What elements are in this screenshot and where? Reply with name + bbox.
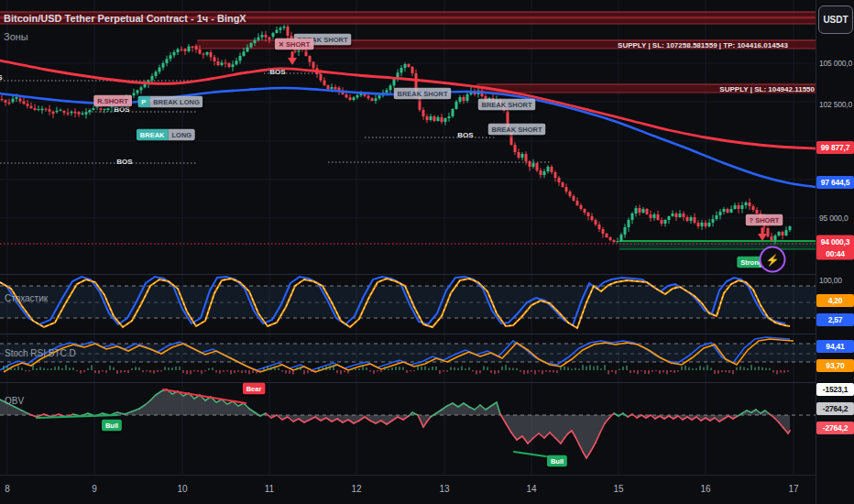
stochrsi-histogram-bar (688, 367, 689, 370)
candle-body (133, 93, 136, 96)
signal-marker-chip[interactable]: BREAK SHORT (477, 99, 535, 111)
candle-body (170, 55, 172, 59)
stochrsi-histogram-bar (553, 370, 553, 372)
signal-marker-chip[interactable]: PBREAK LONG (137, 96, 203, 108)
stochrsi-histogram-bar (684, 366, 685, 370)
candle-body (181, 49, 183, 50)
stochrsi-histogram-bar (776, 370, 777, 374)
signal-marker-chip[interactable]: ? SHORT (746, 214, 783, 226)
stochrsi-histogram-bar (292, 370, 293, 374)
candle-body (19, 99, 22, 102)
signal-marker-chip[interactable]: BREAK SHORT (393, 88, 451, 100)
stochrsi-histogram-bar (193, 370, 194, 371)
price-chart-canvas[interactable] (0, 0, 816, 475)
stochrsi-histogram-bar (362, 365, 363, 370)
stochrsi-histogram-bar (201, 370, 202, 374)
candle-body (323, 81, 326, 85)
candle-body (631, 214, 634, 220)
stochrsi-histogram-bar (256, 370, 257, 374)
signal-marker-chip[interactable]: BREAK SHORT (487, 124, 545, 136)
candle-body (67, 113, 70, 115)
stochrsi-histogram-bar (619, 368, 619, 370)
stochrsi-histogram-bar (105, 370, 106, 373)
candle-body (400, 68, 403, 72)
stochrsi-histogram-bar (3, 366, 4, 370)
candle-body (756, 210, 759, 214)
stochrsi-histogram-bar (168, 367, 169, 370)
stochrsi-histogram-bar (391, 367, 392, 370)
stochrsi-histogram-bar (527, 370, 528, 374)
signal-marker-chip[interactable]: Bull (102, 420, 122, 432)
stochrsi-histogram-bar (428, 368, 429, 370)
candle-body (45, 109, 48, 110)
stochrsi-histogram-bar (98, 370, 99, 374)
price-value-chip: 4,20 (816, 294, 854, 307)
stochastic-pane-label[interactable]: Стохастик (5, 293, 48, 303)
stochrsi-histogram-bar (413, 370, 414, 371)
stochrsi-histogram-bar (655, 370, 656, 371)
zones-indicator-label[interactable]: Зоны (4, 31, 28, 42)
stochrsi-histogram-bar (750, 365, 751, 370)
marker-text: R.SHORT (93, 95, 132, 107)
stochrsi-histogram-bar (699, 366, 700, 370)
stochrsi-histogram-bar (472, 370, 473, 371)
currency-toggle-button[interactable]: USDT (818, 5, 853, 34)
candle-body (657, 214, 660, 220)
stochrsi-histogram-bar (208, 368, 209, 370)
stochrsi-histogram-bar (135, 367, 136, 370)
stochrsi-histogram-bar (534, 370, 535, 374)
stochrsi-histogram-bar (575, 367, 575, 370)
stochrsi-histogram-bar (50, 368, 51, 370)
stochrsi-histogram-bar (721, 370, 722, 372)
candle-body (393, 79, 396, 85)
candle-body (752, 206, 755, 210)
candle-body (569, 192, 572, 196)
supply-zone-label-2: SUPPLY | SL: 104942.11550 (719, 85, 815, 93)
candle-body (672, 214, 674, 216)
stochrsi-histogram-bar (589, 365, 590, 370)
signal-marker-chip[interactable]: R.SHORT (93, 95, 132, 107)
candle-body (518, 152, 520, 158)
signal-marker-chip[interactable]: ✕ SHORT (275, 38, 314, 50)
time-axis-label: 16 (700, 484, 710, 494)
candle-body (85, 112, 88, 115)
stochrsi-histogram-bar (267, 366, 268, 370)
signal-marker-chip[interactable]: BREAKLONG (137, 129, 195, 141)
price-axis[interactable]: USDT 105 000,0102 500,095 000,0100,00 99… (816, 0, 854, 504)
signal-marker-chip[interactable]: Bull (547, 455, 567, 467)
candle-body (71, 112, 73, 114)
candle-body (716, 215, 718, 219)
stochrsi-pane-label[interactable]: Stoch RSI BTC.D (5, 348, 76, 358)
time-axis-label: 13 (439, 484, 449, 494)
candle-body (778, 232, 781, 236)
stochrsi-histogram-bar (347, 370, 348, 373)
stochrsi-histogram-bar (281, 370, 282, 372)
stochrsi-histogram-bar (780, 370, 781, 373)
stochrsi-histogram-bar (388, 368, 389, 370)
stochrsi-histogram-bar (483, 366, 484, 370)
candle-body (422, 110, 425, 116)
time-axis[interactable]: 891011121314151617 (0, 475, 816, 504)
stochrsi-histogram-bar (380, 370, 381, 372)
down-arrow-icon (761, 227, 764, 235)
stochrsi-histogram-bar (523, 370, 524, 374)
candle-body (63, 111, 66, 113)
stochrsi-histogram-bar (608, 370, 608, 374)
demand-zone[interactable] (619, 241, 816, 249)
signal-marker-chip[interactable]: Bear (243, 383, 266, 395)
lightning-signal-icon[interactable]: ⚡ (760, 247, 786, 273)
stochrsi-histogram-bar (571, 368, 572, 370)
bos-label: BOS (0, 73, 3, 82)
stochrsi-histogram-bar (630, 370, 630, 373)
candle-body (745, 203, 748, 205)
candle-body (192, 47, 194, 48)
stochrsi-histogram-bar (424, 367, 425, 370)
stochrsi-histogram-bar (252, 370, 253, 373)
candle-body (389, 85, 392, 90)
stochrsi-histogram-bar (373, 370, 374, 374)
candle-body (52, 112, 55, 114)
symbol-title[interactable]: Bitcoin/USD Tether Perpetual Contract - … (4, 13, 246, 24)
candle-body (265, 35, 268, 38)
time-axis-label: 8 (5, 484, 10, 494)
obv-pane-label[interactable]: OBV (5, 396, 24, 406)
